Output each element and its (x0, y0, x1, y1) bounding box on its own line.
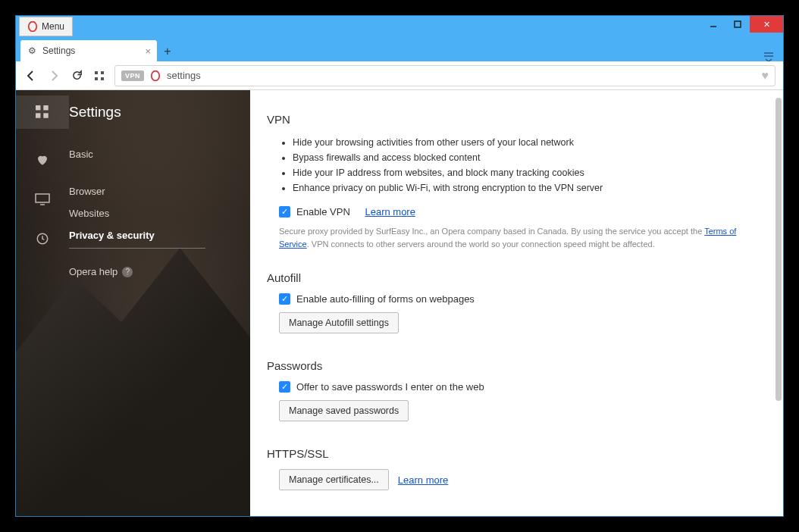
gear-icon: ⚙ (28, 45, 36, 56)
speed-dial-button[interactable] (92, 68, 107, 83)
svg-rect-4 (101, 71, 104, 74)
rail-clock-icon[interactable] (34, 230, 51, 247)
sidebar: Settings Basic Browser Websites Privacy … (16, 90, 250, 516)
vpn-badge: VPN (121, 70, 144, 81)
forward-button[interactable] (46, 68, 61, 83)
vpn-heading: VPN (267, 113, 762, 126)
opera-icon (150, 70, 161, 81)
autofill-heading: Autofill (267, 271, 762, 284)
svg-rect-5 (95, 77, 98, 80)
vpn-bullet: Bypass firewalls and access blocked cont… (293, 150, 762, 165)
sidebar-nav: Settings Basic Browser Websites Privacy … (69, 90, 250, 516)
svg-point-0 (29, 22, 37, 32)
https-learn-more-link[interactable]: Learn more (398, 474, 448, 486)
passwords-heading: Passwords (267, 359, 762, 372)
autofill-enable-checkbox[interactable] (279, 293, 290, 305)
svg-rect-12 (36, 194, 49, 202)
passwords-enable-label: Offer to save passwords I enter on the w… (296, 381, 484, 393)
tab-settings[interactable]: ⚙ Settings × (20, 40, 157, 61)
tabstrip: ⚙ Settings × + (16, 37, 783, 61)
rail-screen-icon[interactable] (34, 191, 51, 208)
sidebar-item-browser[interactable]: Browser (69, 180, 250, 202)
svg-rect-3 (95, 71, 98, 74)
main-panel: VPN Hide your browsing activities from o… (250, 90, 783, 516)
new-tab-button[interactable]: + (157, 42, 178, 61)
minimize-button[interactable] (701, 16, 725, 33)
window-controls (701, 16, 783, 33)
sidebar-title: Settings (69, 104, 250, 120)
help-icon: ? (122, 267, 133, 277)
vpn-bullets: Hide your browsing activities from other… (267, 135, 762, 196)
autofill-enable-row: Enable auto-filling of forms on webpages (267, 293, 762, 305)
sidebar-help-label: Opera help (69, 266, 118, 277)
vpn-enable-row: Enable VPN Learn more (267, 206, 762, 217)
passwords-enable-row: Offer to save passwords I enter on the w… (267, 381, 762, 393)
rail-heart-icon[interactable] (34, 152, 51, 168)
vpn-enable-label: Enable VPN (296, 206, 350, 217)
titlebar: Menu (16, 16, 783, 37)
tab-title: Settings (42, 45, 75, 56)
window-frame: Menu ⚙ Settings × + VPN settings ♥ (15, 15, 784, 517)
manage-autofill-button[interactable]: Manage Autofill settings (279, 312, 399, 333)
menu-button[interactable]: Menu (19, 17, 73, 36)
tab-close-button[interactable]: × (145, 45, 151, 57)
svg-rect-10 (36, 113, 40, 117)
opera-icon (27, 21, 38, 32)
passwords-enable-checkbox[interactable] (279, 381, 290, 393)
address-bar[interactable]: VPN settings ♥ (114, 65, 776, 86)
content: Settings Basic Browser Websites Privacy … (16, 90, 783, 516)
tab-menu-button[interactable] (763, 51, 774, 61)
sidebar-icon-rail (16, 90, 69, 516)
svg-rect-6 (101, 77, 104, 80)
vpn-fineprint: Secure proxy provided by SurfEasy Inc., … (267, 225, 744, 250)
back-button[interactable] (24, 68, 39, 83)
autofill-enable-label: Enable auto-filling of forms on webpages (296, 293, 475, 305)
vpn-bullet: Hide your IP address from websites, and … (293, 165, 762, 180)
manage-passwords-button[interactable]: Manage saved passwords (279, 400, 409, 421)
vpn-bullet: Enhance privacy on public Wi-Fi, with st… (293, 180, 762, 196)
svg-rect-8 (36, 105, 40, 110)
sidebar-item-help[interactable]: Opera help ? (69, 261, 250, 283)
reload-button[interactable] (69, 68, 84, 83)
rail-speed-dial-icon[interactable] (16, 95, 69, 129)
bookmark-heart-icon[interactable]: ♥ (762, 69, 769, 83)
address-text: settings (167, 70, 201, 81)
manage-certificates-button[interactable]: Manage certificates... (279, 469, 389, 490)
vpn-learn-more-link[interactable]: Learn more (365, 206, 415, 217)
svg-point-7 (152, 70, 160, 80)
toolbar: VPN settings ♥ (16, 61, 783, 90)
sidebar-item-websites[interactable]: Websites (69, 202, 250, 224)
sidebar-item-basic[interactable]: Basic (69, 143, 250, 165)
https-heading: HTTPS/SSL (267, 447, 762, 460)
sidebar-item-privacy[interactable]: Privacy & security (69, 224, 205, 249)
maximize-button[interactable] (725, 16, 750, 33)
scrollbar[interactable] (776, 98, 782, 401)
menu-label: Menu (42, 21, 64, 32)
svg-rect-9 (43, 105, 48, 110)
close-button[interactable] (750, 16, 783, 33)
vpn-enable-checkbox[interactable] (279, 206, 290, 217)
svg-rect-2 (735, 21, 741, 27)
svg-rect-11 (43, 113, 48, 117)
https-row: Manage certificates... Learn more (279, 469, 762, 490)
vpn-bullet: Hide your browsing activities from other… (293, 135, 762, 150)
